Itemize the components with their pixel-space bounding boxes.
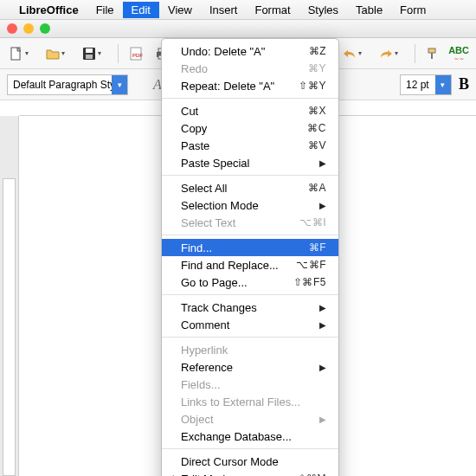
menu-item-redo: Redo⌘Y (162, 60, 338, 77)
menu-item-track-changes[interactable]: Track Changes▶ (162, 299, 338, 316)
menu-item-label: Fields... (181, 378, 326, 391)
menu-table[interactable]: Table (347, 2, 391, 18)
menu-item-exchange-database[interactable]: Exchange Database... (162, 428, 338, 445)
menu-insert[interactable]: Insert (201, 2, 247, 18)
svg-rect-3 (86, 55, 93, 59)
spellcheck-button[interactable]: ABC～～ (448, 46, 469, 61)
menu-separator (162, 294, 338, 295)
menu-file[interactable]: File (87, 2, 123, 18)
menu-item-label: Find and Replace... (181, 259, 296, 272)
window-minimize-button[interactable] (23, 23, 34, 34)
chevron-down-icon: ▾ (395, 49, 398, 57)
vertical-ruler[interactable] (0, 116, 19, 476)
menu-item-paste[interactable]: Paste⌘V (162, 137, 338, 154)
app-name[interactable]: LibreOffice (19, 3, 79, 16)
wave-icon: ～～ (453, 55, 464, 61)
menu-item-reference[interactable]: Reference▶ (162, 358, 338, 376)
menu-item-shortcut: ⌘Z (309, 45, 326, 57)
menu-item-cut[interactable]: Cut⌘X (162, 102, 338, 119)
toolbar-separator (415, 44, 415, 63)
menu-item-label: Select All (181, 182, 308, 195)
menu-item-shortcut: ⌘C (307, 122, 326, 134)
chevron-down-icon: ▾ (435, 75, 451, 94)
menu-item-links-to-external-files: Links to External Files... (162, 393, 338, 410)
submenu-arrow-icon: ▶ (319, 158, 327, 168)
menu-item-label: Copy (181, 122, 307, 135)
pdf-export-button[interactable]: PDF (125, 43, 146, 64)
menu-item-go-to-page[interactable]: Go to Page...⇧⌘F5 (162, 273, 338, 291)
menu-item-label: Exchange Database... (181, 430, 326, 443)
mac-menubar: LibreOffice File Edit View Insert Format… (0, 0, 476, 19)
window-close-button[interactable] (7, 23, 17, 34)
edit-menu-dropdown: Undo: Delete "A"⌘ZRedo⌘YRepeat: Delete "… (161, 38, 339, 476)
menu-item-shortcut: ⌘A (308, 182, 326, 194)
menu-item-direct-cursor-mode[interactable]: Direct Cursor Mode (162, 453, 338, 470)
menu-item-label: Selection Mode (181, 199, 319, 212)
menu-item-label: Repeat: Delete "A" (181, 80, 299, 93)
menu-item-label: Undo: Delete "A" (181, 45, 309, 58)
menu-item-label: Paste (181, 139, 308, 152)
menu-item-label: Direct Cursor Mode (181, 455, 326, 468)
paragraph-style-combo[interactable]: Default Paragraph Style ▾ (7, 74, 128, 95)
menu-item-object: Object▶ (162, 410, 338, 428)
menu-item-shortcut: ⌘V (308, 139, 326, 151)
menu-item-comment[interactable]: Comment▶ (162, 316, 338, 333)
menu-format[interactable]: Format (246, 2, 299, 18)
chevron-down-icon: ▾ (112, 75, 127, 94)
submenu-arrow-icon: ▶ (319, 320, 327, 330)
paragraph-style-value: Default Paragraph Style (8, 79, 112, 91)
redo-button[interactable]: ▾ (376, 43, 408, 64)
menu-separator (162, 175, 338, 176)
svg-rect-9 (428, 48, 435, 53)
clone-formatting-button[interactable] (422, 43, 443, 64)
menu-item-shortcut: ⌥⌘F (296, 259, 326, 271)
save-button[interactable]: ▾ (80, 43, 111, 64)
menu-item-label: Go to Page... (181, 276, 293, 289)
menu-item-label: Track Changes (181, 301, 319, 314)
document-window: ▾ ▾ ▾ PDF ▾ ▾ ABC～～ Default Paragraph St… (0, 19, 476, 476)
menu-item-hyperlink: Hyperlink (162, 341, 338, 358)
menu-item-shortcut: ⌘Y (308, 62, 326, 74)
menu-view[interactable]: View (159, 2, 201, 18)
menu-edit[interactable]: Edit (123, 2, 159, 18)
menu-styles[interactable]: Styles (299, 2, 347, 18)
bold-button[interactable]: B (459, 75, 469, 93)
check-icon: ✓ (167, 473, 176, 476)
menu-item-shortcut: ⇧⌘Y (299, 80, 326, 92)
menu-item-edit-mode[interactable]: ✓Edit Mode⇧⌘M (162, 470, 338, 476)
menu-item-undo-delete-a[interactable]: Undo: Delete "A"⌘Z (162, 42, 338, 60)
menu-separator (162, 448, 338, 449)
menu-item-paste-special[interactable]: Paste Special▶ (162, 154, 338, 171)
toolbar-separator (118, 44, 119, 63)
svg-text:PDF: PDF (132, 53, 143, 58)
undo-button[interactable]: ▾ (340, 43, 371, 64)
menu-item-shortcut: ⌘F (309, 241, 326, 254)
menu-item-label: Find... (181, 241, 309, 254)
menu-item-label: Edit Mode (181, 473, 298, 477)
menu-item-shortcut: ⌥⌘I (299, 216, 326, 228)
submenu-arrow-icon: ▶ (319, 363, 327, 372)
chevron-down-icon: ▾ (61, 49, 65, 57)
menu-item-repeat-delete-a[interactable]: Repeat: Delete "A"⇧⌘Y (162, 77, 338, 94)
menu-item-find[interactable]: Find...⌘F (162, 239, 338, 256)
menu-item-shortcut: ⇧⌘F5 (293, 276, 326, 288)
submenu-arrow-icon: ▶ (319, 303, 327, 312)
menu-item-select-all[interactable]: Select All⌘A (162, 179, 338, 196)
font-size-value: 12 pt (401, 79, 435, 91)
chevron-down-icon: ▾ (98, 49, 101, 57)
new-doc-button[interactable]: ▾ (7, 43, 38, 64)
menu-item-label: Links to External Files... (181, 396, 326, 408)
menu-item-select-text: Select Text⌥⌘I (162, 214, 338, 231)
open-button[interactable]: ▾ (43, 43, 74, 64)
menu-item-copy[interactable]: Copy⌘C (162, 119, 338, 137)
font-size-combo[interactable]: 12 pt ▾ (400, 74, 452, 95)
menu-form[interactable]: Form (391, 2, 434, 18)
menu-item-selection-mode[interactable]: Selection Mode▶ (162, 196, 338, 214)
menu-item-label: Object (181, 413, 319, 426)
svg-rect-10 (431, 53, 433, 59)
menu-item-shortcut: ⇧⌘M (298, 473, 327, 476)
svg-rect-2 (86, 48, 93, 53)
submenu-arrow-icon: ▶ (319, 201, 327, 210)
menu-item-find-and-replace[interactable]: Find and Replace...⌥⌘F (162, 256, 338, 273)
window-zoom-button[interactable] (40, 23, 50, 34)
